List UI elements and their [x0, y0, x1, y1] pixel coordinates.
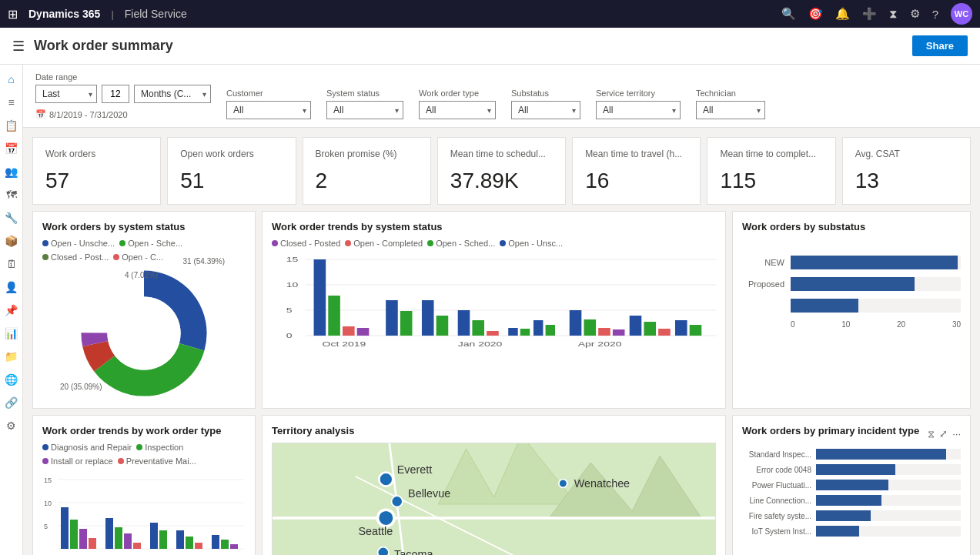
- svg-text:Wenatchee: Wenatchee: [574, 477, 630, 490]
- sidebar-link-icon[interactable]: 🔗: [2, 393, 22, 413]
- incident-expand-icon[interactable]: ⤢: [939, 428, 948, 440]
- sidebar-folder-icon[interactable]: 📁: [2, 346, 22, 366]
- kpi-open-work-orders: Open work orders 51: [167, 137, 296, 205]
- svg-rect-18: [400, 311, 413, 336]
- kpi-schedule-value: 37.89K: [450, 169, 553, 193]
- kpi-schedule-label: Mean time to schedul...: [450, 149, 553, 159]
- sidebar-orders-icon[interactable]: 📋: [2, 115, 22, 135]
- svg-rect-61: [221, 540, 229, 549]
- date-preset-select[interactable]: Last: [35, 85, 97, 103]
- date-unit-select[interactable]: Months (C...: [134, 85, 211, 103]
- work-order-type-select[interactable]: All: [419, 101, 496, 119]
- svg-rect-56: [159, 530, 167, 549]
- svg-text:15: 15: [286, 256, 299, 263]
- substatus-select[interactable]: All: [511, 101, 580, 119]
- kpi-open-label: Open work orders: [180, 149, 283, 159]
- kpi-work-orders-value: 57: [45, 169, 148, 193]
- legend-dot-preventative: [118, 458, 124, 464]
- customer-filter: Customer All: [226, 89, 311, 119]
- legend-dot-0: [42, 240, 48, 246]
- svg-rect-21: [458, 310, 470, 336]
- x-label-20: 20: [897, 320, 905, 329]
- customer-label: Customer: [226, 89, 311, 98]
- svg-text:Apr 2020: Apr 2020: [578, 340, 622, 348]
- sidebar-inventory-icon[interactable]: 📦: [2, 231, 22, 251]
- sidebar-pin-icon[interactable]: 📌: [2, 300, 22, 320]
- svg-rect-57: [176, 530, 184, 549]
- kpi-broken-promise: Broken promise (%) 2: [303, 137, 431, 205]
- sidebar: ⌂ ≡ 📋 📅 👥 🗺 🔧 📦 🗓 👤 📌 📊 📁 🌐 🔗 ⚙: [0, 65, 23, 555]
- incident-more-icon[interactable]: ···: [952, 428, 961, 440]
- incident-chart-header: Work orders by primary incident type ⧖ ⤢…: [742, 425, 961, 443]
- sidebar-analytics-icon[interactable]: 📊: [2, 323, 22, 343]
- technician-label: Technician: [696, 89, 765, 98]
- help-icon[interactable]: ?: [932, 8, 938, 21]
- svg-rect-32: [630, 316, 642, 336]
- svg-text:Tacoma: Tacoma: [394, 548, 433, 555]
- legend-dot-1: [119, 240, 125, 246]
- target-icon[interactable]: 🎯: [808, 7, 823, 21]
- customer-select[interactable]: All: [226, 101, 311, 119]
- hbar-bg-new: [791, 256, 961, 269]
- bell-icon[interactable]: 🔔: [835, 7, 850, 21]
- svg-text:Oct 2019: Oct 2019: [322, 340, 366, 348]
- apps-menu-icon[interactable]: ⊞: [8, 7, 18, 22]
- sidebar-calendar-icon[interactable]: 📅: [2, 139, 22, 159]
- kpi-broken-value: 2: [316, 169, 418, 193]
- page-header: ☰ Work order summary Share: [0, 28, 980, 65]
- search-icon[interactable]: 🔍: [781, 7, 796, 21]
- status-trend-legend: Closed - Posted Open - Completed Open - …: [272, 239, 716, 248]
- svg-rect-19: [422, 300, 434, 336]
- hbar-bg-proposed: [791, 277, 961, 291]
- sidebar-users-icon[interactable]: 👥: [2, 162, 22, 182]
- donut-chart-card: Work orders by system status Open - Unsc…: [32, 211, 256, 409]
- substatus-filter: Substatus All: [511, 89, 580, 119]
- kpi-avg-csat: Avg. CSAT 13: [842, 137, 971, 205]
- svg-point-75: [559, 480, 567, 488]
- charts-row-2: Work order trends by work order type Dia…: [23, 415, 980, 555]
- settings-icon[interactable]: ⚙: [910, 7, 920, 21]
- legend-dot-diagnosis: [42, 444, 48, 450]
- kpi-csat-value: 13: [855, 169, 958, 193]
- date-range-sub: 📅 8/1/2019 - 7/31/2020: [35, 109, 211, 119]
- donut-label-right: 31 (54.39%): [183, 257, 225, 266]
- sidebar-tools-icon[interactable]: 🔧: [2, 208, 22, 228]
- user-avatar[interactable]: WC: [951, 3, 972, 25]
- substatus-hbar: NEW Proposed: [742, 256, 961, 313]
- legend-dot-unsc: [500, 240, 506, 246]
- svg-rect-24: [508, 328, 517, 336]
- incident-bg-3: [816, 495, 961, 506]
- svg-rect-62: [230, 544, 238, 549]
- svg-rect-48: [70, 520, 78, 549]
- svg-point-73: [378, 547, 389, 555]
- hbar-label-new: NEW: [742, 258, 784, 267]
- system-status-label: System status: [326, 89, 403, 98]
- sidebar-globe-icon[interactable]: 🌐: [2, 369, 22, 390]
- svg-rect-16: [357, 328, 370, 336]
- kpi-complete-value: 115: [720, 169, 822, 193]
- module-title: Field Service: [125, 8, 187, 20]
- sidebar-person-icon[interactable]: 👤: [2, 277, 22, 297]
- incident-filter-icon[interactable]: ⧖: [928, 428, 935, 440]
- legend-dot-install: [42, 458, 48, 464]
- add-icon[interactable]: ➕: [862, 7, 877, 21]
- filter-icon[interactable]: ⧗: [889, 7, 898, 21]
- nav-toggle-icon[interactable]: ☰: [12, 38, 25, 55]
- system-status-select[interactable]: All: [326, 101, 403, 119]
- sidebar-settings-icon[interactable]: ⚙: [2, 416, 22, 436]
- substatus-label: Substatus: [511, 89, 580, 98]
- map-container: Everett Bellevue Seattle Tacoma Wenatche…: [272, 443, 716, 555]
- service-territory-select[interactable]: All: [596, 101, 681, 119]
- technician-select[interactable]: All: [696, 101, 765, 119]
- share-button[interactable]: Share: [912, 35, 968, 56]
- svg-rect-14: [328, 296, 340, 336]
- date-number-input[interactable]: [102, 85, 129, 103]
- sidebar-map-icon[interactable]: 🗺: [2, 185, 22, 205]
- nav-separator: |: [111, 8, 113, 20]
- legend-item-3: Open - C...: [113, 252, 163, 262]
- sidebar-home-icon[interactable]: ⌂: [2, 69, 22, 89]
- sidebar-schedule-icon[interactable]: 🗓: [2, 254, 22, 274]
- sidebar-dashboard-icon[interactable]: ≡: [2, 92, 22, 112]
- svg-text:15: 15: [44, 476, 52, 484]
- x-label-30: 30: [952, 320, 961, 329]
